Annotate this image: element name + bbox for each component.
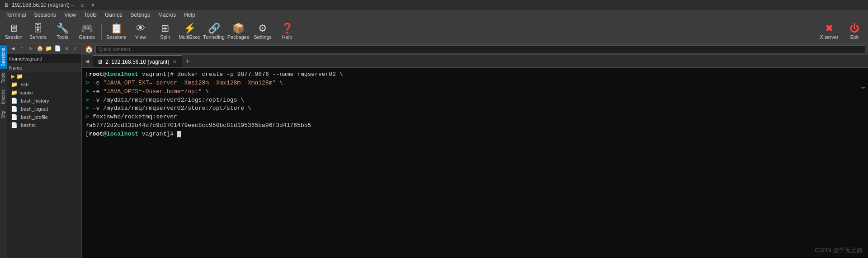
file-item-bash-logout[interactable]: 📄 .bash_logout xyxy=(7,105,81,113)
sidebar-tab-macros[interactable]: Macros xyxy=(0,87,7,107)
folder-icon-parent: ▶ 📁 xyxy=(11,73,23,80)
toolbar-right: ✖ X server ⏻ Exit xyxy=(817,21,866,42)
toolbar-session-label: Session xyxy=(5,34,22,40)
minimize-button[interactable]: ─ xyxy=(70,2,76,8)
file-item-bash-history[interactable]: 📄 .bash_history xyxy=(7,97,81,105)
sidebar-tab-tools[interactable]: Tools xyxy=(0,70,7,86)
terminal-line-6: > foxiswho/rocketmq:server xyxy=(85,113,864,122)
terminal-line-5: > -v /mydata/rmq/rmqserver02/store:/opt/… xyxy=(85,104,864,113)
fp-newfolder-btn[interactable]: 📁 xyxy=(45,45,53,53)
toolbar-session[interactable]: 🖥 Session xyxy=(2,21,25,42)
tools-icon: 🔧 xyxy=(57,23,69,33)
tab-label: 2. 192.168.56.10 (vagrant) xyxy=(105,59,169,65)
file-item-haoke[interactable]: 📁 haoke xyxy=(7,89,81,97)
file-item-bash-profile[interactable]: 📄 .bash_profile xyxy=(7,113,81,121)
toolbar-tunneling[interactable]: 🔗 Tunneling xyxy=(202,21,226,42)
fp-up-btn[interactable]: ↑ xyxy=(18,45,26,53)
tab-add-btn[interactable]: ＋ xyxy=(182,55,193,67)
toolbar-tools-label: Tools xyxy=(57,34,68,40)
session-icon: 🖥 xyxy=(9,23,19,33)
toolbar-servers[interactable]: 🗄 Servers xyxy=(26,21,50,42)
toolbar-exit[interactable]: ⏻ Exit xyxy=(843,21,866,42)
terminal-output[interactable]: [root@localhost vagrant]# docker create … xyxy=(82,68,868,258)
toolbar-settings-label: Settings xyxy=(254,34,272,40)
right-content: 🏠 ◀ 🖥 2. 192.168.56.10 (vagrant) ✕ ＋ [ro… xyxy=(82,43,868,258)
toolbar-multiexec[interactable]: ⚡ MultiExec xyxy=(178,21,201,42)
file-item-ssh[interactable]: 📁 .ssh xyxy=(7,80,81,89)
file-item-bashrc[interactable]: 📄 .bashrc xyxy=(7,121,81,129)
file-panel: ◀ ↑ ↻ 🏠 📁 📄 ✕ ✓ /home/vagrant/ Name ▶ 📁 … xyxy=(7,43,82,258)
fp-delete-btn[interactable]: ✕ xyxy=(63,45,71,53)
file-item-parent-name: .. xyxy=(25,74,28,79)
menu-view[interactable]: View xyxy=(61,11,80,19)
toolbar-split-label: Split xyxy=(160,34,170,40)
fp-refresh-btn[interactable]: ↻ xyxy=(27,45,35,53)
tab-icon: 🖥 xyxy=(97,59,103,65)
terminal-line-hash: 7a57772d2cd132b44d7c9d1701479eec8cc950bc… xyxy=(85,122,864,130)
toolbar-settings[interactable]: ⚙ Settings xyxy=(251,21,274,42)
toolbar-tunneling-label: Tunneling xyxy=(203,34,225,40)
terminal-line-1: [root@localhost vagrant]# docker create … xyxy=(85,70,864,79)
file-list: Name ▶ 📁 .. 📁 .ssh 📁 haoke 📄 .bash_histo… xyxy=(7,63,81,258)
toolbar-xserver[interactable]: ✖ X server xyxy=(817,21,841,42)
file-panel-toolbar: ◀ ↑ ↻ 🏠 📁 📄 ✕ ✓ xyxy=(7,43,81,54)
toolbar-help[interactable]: ❓ Help xyxy=(275,21,299,42)
sidebar-tab-sftp[interactable]: Sftp xyxy=(0,108,7,122)
games-icon: 🎮 xyxy=(81,23,93,33)
fp-back-btn[interactable]: ◀ xyxy=(9,45,17,53)
maximize-button[interactable]: □ xyxy=(80,2,86,8)
close-button[interactable]: ✕ xyxy=(90,2,96,8)
toolbar-packages[interactable]: 📦 Packages xyxy=(226,21,250,42)
titlebar: 🖥 192.168.56.10 (vagrant) ─ □ ✕ xyxy=(0,0,868,10)
menu-settings[interactable]: Settings xyxy=(127,11,154,19)
file-item-bash-logout-name: .bash_logout xyxy=(19,106,48,112)
quick-connect-input[interactable] xyxy=(95,45,865,53)
tab-session-1[interactable]: 🖥 2. 192.168.56.10 (vagrant) ✕ xyxy=(93,55,182,67)
menu-help[interactable]: Help xyxy=(180,11,199,19)
file-icon-bash-profile: 📄 xyxy=(11,114,18,120)
prompt-final: [root@localhost vagrant]# xyxy=(85,131,177,137)
toolbar-games-label: Games xyxy=(79,34,94,40)
packages-icon: 📦 xyxy=(232,23,245,33)
toolbar-tools[interactable]: 🔧 Tools xyxy=(51,21,74,42)
terminal-line-3: > -e "JAVA_OPTS=-Duser.home=/opt" \ xyxy=(85,88,864,96)
file-item-bash-profile-name: .bash_profile xyxy=(19,114,48,120)
file-icon-bash-history: 📄 xyxy=(11,98,18,104)
file-icon-bash-logout: 📄 xyxy=(11,106,18,112)
sidebar-tab-sessions[interactable]: Sessions xyxy=(0,45,7,69)
toolbar-sessions-label: Sessions xyxy=(106,34,127,40)
tab-bar: ◀ 🖥 2. 192.168.56.10 (vagrant) ✕ ＋ xyxy=(82,55,868,68)
menu-macros[interactable]: Macros xyxy=(155,11,179,19)
split-icon: ⊞ xyxy=(161,23,169,33)
multiexec-icon: ⚡ xyxy=(184,23,196,33)
titlebar-title: 192.168.56.10 (vagrant) xyxy=(12,2,70,8)
menu-games[interactable]: Games xyxy=(101,11,126,19)
sessions-icon: 📋 xyxy=(110,23,123,33)
tab-nav-left[interactable]: ◀ xyxy=(82,55,93,67)
toolbar-sessions[interactable]: 📋 Sessions xyxy=(104,21,128,42)
menu-sessions[interactable]: Sessions xyxy=(30,11,60,19)
tab-close-btn[interactable]: ✕ xyxy=(172,59,177,64)
toolbar-games[interactable]: 🎮 Games xyxy=(75,21,99,42)
help-icon: ❓ xyxy=(281,23,293,33)
fp-check-btn[interactable]: ✓ xyxy=(71,45,80,53)
file-item-parent[interactable]: ▶ 📁 .. xyxy=(7,72,81,80)
toolbar-xserver-label: X server xyxy=(820,34,839,40)
xserver-icon: ✖ xyxy=(825,23,833,33)
file-item-ssh-name: .ssh xyxy=(19,82,28,87)
view-icon: 👁 xyxy=(136,23,146,33)
menu-tools[interactable]: Tools xyxy=(80,11,100,19)
toolbar-view[interactable]: 👁 View xyxy=(129,21,152,42)
toolbar-packages-label: Packages xyxy=(227,34,249,40)
toolbar-view-label: View xyxy=(135,34,146,40)
settings-icon: ⚙ xyxy=(258,23,267,33)
terminal-cursor xyxy=(177,131,181,137)
edit-icon[interactable]: ✏ xyxy=(862,83,865,91)
toolbar-split[interactable]: ⊞ Split xyxy=(153,21,177,42)
menu-terminal[interactable]: Terminal xyxy=(2,11,29,19)
file-list-header: Name xyxy=(7,63,81,72)
fp-newfile-btn[interactable]: 📄 xyxy=(54,45,62,53)
titlebar-icon: 🖥 xyxy=(4,2,9,8)
servers-icon: 🗄 xyxy=(33,23,43,33)
fp-home-btn[interactable]: 🏠 xyxy=(36,45,44,53)
